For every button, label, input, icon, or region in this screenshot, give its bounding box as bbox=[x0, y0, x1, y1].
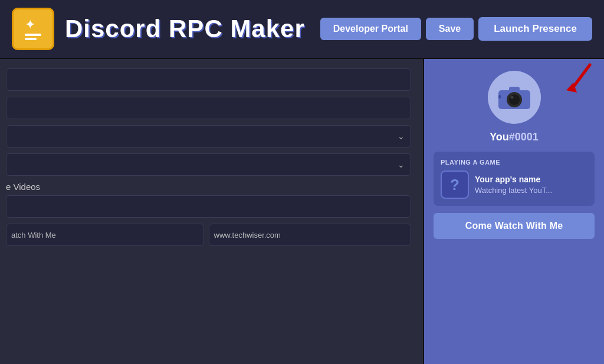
logo-stars-icon: ✦ bbox=[25, 18, 35, 31]
logo-line-2 bbox=[25, 38, 37, 40]
game-detail: Watching latest YouT... bbox=[475, 186, 552, 195]
main-content: ⌄ ⌄ e Videos atch With Me www.techwiser.… bbox=[0, 59, 604, 364]
form-field-3[interactable] bbox=[6, 195, 411, 218]
save-button[interactable]: Save bbox=[426, 18, 474, 40]
section-label: e Videos bbox=[6, 182, 417, 192]
camera-icon bbox=[496, 84, 533, 110]
game-info-row: ? Your app's name Watching latest YouT..… bbox=[441, 170, 587, 199]
cta-button[interactable]: Come Watch With Me bbox=[434, 213, 595, 239]
chevron-down-icon: ⌄ bbox=[398, 132, 405, 141]
discriminator: #0001 bbox=[509, 131, 539, 143]
header-buttons: Developer Portal Save Launch Presence bbox=[320, 17, 592, 41]
form-field-2[interactable] bbox=[6, 97, 411, 119]
playing-label: PLAYING A GAME bbox=[441, 159, 587, 166]
developer-portal-button[interactable]: Developer Portal bbox=[320, 18, 421, 40]
question-mark-icon: ? bbox=[450, 176, 459, 194]
app-title: Discord RPC Maker bbox=[65, 15, 320, 43]
avatar bbox=[488, 71, 541, 124]
svg-point-4 bbox=[509, 94, 520, 105]
dropdown-1[interactable]: ⌄ bbox=[6, 125, 411, 147]
launch-presence-button[interactable]: Launch Presence bbox=[478, 17, 592, 41]
url-text: www.techwiser.com bbox=[214, 231, 281, 240]
button-url-field[interactable]: www.techwiser.com bbox=[209, 224, 412, 246]
chevron-down-icon-2: ⌄ bbox=[398, 160, 405, 169]
svg-point-5 bbox=[510, 96, 513, 99]
discord-preview-panel: You#0001 PLAYING A GAME ? Your app's nam… bbox=[424, 59, 604, 364]
svg-rect-6 bbox=[509, 87, 520, 91]
app-header: ✦ Discord RPC Maker Developer Portal Sav… bbox=[0, 0, 604, 59]
game-name: Your app's name bbox=[475, 175, 552, 184]
form-field-1[interactable] bbox=[6, 68, 411, 91]
game-icon-box: ? bbox=[441, 170, 469, 199]
logo-lines bbox=[25, 34, 41, 40]
username-text: You bbox=[490, 131, 509, 143]
button-label-field[interactable]: atch With Me bbox=[6, 224, 204, 246]
username-display: You#0001 bbox=[490, 131, 539, 143]
left-panel: ⌄ ⌄ e Videos atch With Me www.techwiser.… bbox=[0, 59, 424, 364]
logo-line-1 bbox=[25, 34, 41, 36]
svg-rect-7 bbox=[498, 95, 501, 99]
form-row-button: atch With Me www.techwiser.com bbox=[6, 224, 411, 246]
game-text: Your app's name Watching latest YouT... bbox=[475, 175, 552, 195]
game-card: PLAYING A GAME ? Your app's name Watchin… bbox=[434, 152, 595, 206]
app-logo: ✦ bbox=[12, 8, 54, 50]
button-label-text: atch With Me bbox=[6, 231, 61, 240]
dropdown-2[interactable]: ⌄ bbox=[6, 153, 411, 176]
